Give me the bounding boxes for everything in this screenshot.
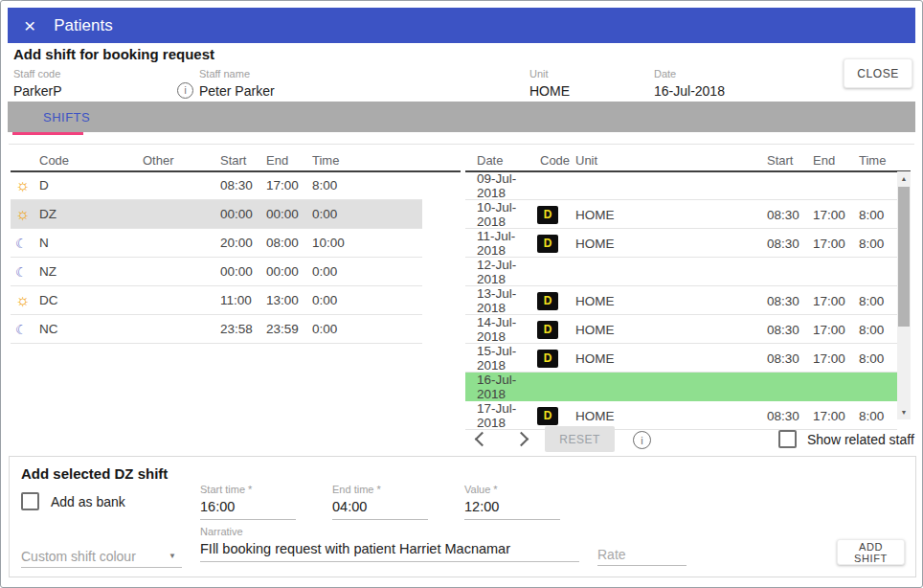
- close-icon[interactable]: ×: [24, 16, 35, 35]
- custom-shift-colour-select[interactable]: Custom shift colour ▼: [21, 545, 182, 568]
- date-value: 16-Jul-2018: [654, 83, 725, 99]
- info-icon[interactable]: i: [177, 82, 193, 99]
- staff-name-label: Staff name: [199, 68, 275, 79]
- cell-time: 8:00: [849, 237, 897, 251]
- reset-button[interactable]: RESET: [545, 426, 615, 452]
- shift-code-badge: D: [537, 206, 558, 224]
- cell-code: D: [532, 292, 566, 310]
- schedule-row[interactable]: 09-Jul-2018: [465, 171, 897, 200]
- schedule-row[interactable]: 17-Jul-2018DHOME08:3017:008:00: [465, 401, 897, 430]
- schedule-table-body: 09-Jul-201810-Jul-2018DHOME08:3017:008:0…: [465, 171, 897, 430]
- value-field[interactable]: Value * 12:00: [464, 484, 560, 520]
- cell-end: 23:59: [266, 322, 312, 336]
- tab-shifts[interactable]: SHIFTS: [43, 110, 90, 124]
- schedule-row[interactable]: 16-Jul-2018: [465, 373, 897, 401]
- column-header-code: Code: [39, 153, 143, 168]
- cell-end: 00:00: [266, 207, 312, 221]
- cell-start: 08:30: [757, 323, 803, 337]
- close-button[interactable]: CLOSE: [844, 58, 912, 88]
- moon-icon: ☾: [11, 236, 39, 251]
- cell-start: 08:30: [757, 208, 803, 222]
- staff-code-value: ParkerP: [13, 83, 62, 99]
- scrollbar[interactable]: ▲ ▼: [897, 171, 911, 419]
- shift-row[interactable]: ☼D08:3017:008:00: [11, 171, 422, 200]
- schedule-row[interactable]: 13-Jul-2018DHOME08:3017:008:00: [465, 286, 897, 315]
- show-related-staff-checkbox[interactable]: [778, 430, 797, 448]
- start-time-input[interactable]: 16:00: [200, 499, 296, 520]
- scroll-down-icon[interactable]: ▼: [897, 409, 911, 416]
- scroll-up-icon[interactable]: ▲: [897, 175, 911, 182]
- form-heading: Add selected DZ shift: [21, 465, 168, 482]
- cell-time: 0:00: [312, 322, 422, 336]
- unit-label: Unit: [529, 68, 570, 79]
- value-label: Value *: [464, 484, 560, 495]
- chevron-left-icon[interactable]: [475, 432, 490, 447]
- shift-row[interactable]: ☾NZ00:0000:000:00: [11, 258, 422, 286]
- cell-unit: HOME: [566, 294, 757, 308]
- cell-time: 8:00: [312, 178, 422, 192]
- end-time-input[interactable]: 04:00: [332, 499, 428, 520]
- shift-row[interactable]: ☼DZ00:0000:000:00: [11, 200, 422, 229]
- cell-start: 08:30: [757, 294, 803, 308]
- cell-unit: HOME: [566, 237, 757, 251]
- add-as-bank-checkbox[interactable]: [21, 492, 39, 510]
- cell-code: D: [532, 235, 566, 253]
- schedule-row[interactable]: 12-Jul-2018: [465, 258, 897, 286]
- schedule-row[interactable]: 10-Jul-2018DHOME08:3017:008:00: [465, 200, 897, 229]
- staff-name-value: Peter Parker: [199, 83, 275, 99]
- staff-name-field: Staff name Peter Parker: [199, 68, 275, 99]
- cell-time: 0:00: [312, 293, 422, 307]
- shift-code-badge: D: [537, 350, 558, 368]
- column-header-code: Code: [532, 153, 566, 168]
- cell-code: D: [532, 407, 566, 425]
- narrative-field[interactable]: Narrative FIll booking request with pati…: [200, 526, 579, 562]
- add-as-bank-toggle[interactable]: Add as bank: [21, 492, 125, 510]
- value-input[interactable]: 12:00: [464, 499, 560, 520]
- end-time-field[interactable]: End time * 04:00: [332, 484, 428, 520]
- cell-end: 17:00: [803, 351, 849, 366]
- cell-code: D: [532, 206, 566, 224]
- moon-icon: ☾: [11, 264, 39, 280]
- cell-date: 17-Jul-2018: [465, 401, 532, 430]
- cell-end: 17:00: [803, 208, 849, 222]
- shift-table-header: Code Other Start End Time: [11, 148, 461, 172]
- custom-shift-colour-placeholder: Custom shift colour: [21, 549, 136, 564]
- schedule-row[interactable]: 14-Jul-2018DHOME08:3017:008:00: [465, 315, 897, 344]
- schedule-row[interactable]: 15-Jul-2018DHOME08:3017:008:00: [465, 344, 897, 373]
- cell-end: 17:00: [803, 409, 849, 423]
- cell-start: 08:30: [757, 351, 803, 366]
- rate-field[interactable]: Rate: [597, 543, 687, 566]
- narrative-label: Narrative: [200, 526, 579, 537]
- start-time-field[interactable]: Start time * 16:00: [200, 484, 296, 520]
- shift-row[interactable]: ☾N20:0008:0010:00: [11, 229, 422, 258]
- cell-time: 8:00: [849, 294, 897, 308]
- staff-code-field: Staff code ParkerP: [13, 68, 62, 99]
- cell-date: 15-Jul-2018: [465, 344, 532, 373]
- cell-unit: HOME: [566, 351, 757, 366]
- narrative-input[interactable]: FIll booking request with patient Harrie…: [200, 541, 579, 562]
- shift-row[interactable]: ☼DC11:0013:000:00: [11, 286, 422, 315]
- show-related-staff-toggle[interactable]: Show related staff: [778, 430, 914, 448]
- info-icon[interactable]: i: [633, 431, 651, 449]
- schedule-table-header: Date Code Unit Start End Time: [465, 148, 911, 172]
- cell-code: N: [39, 236, 143, 250]
- column-header-unit: Unit: [566, 153, 757, 168]
- scrollbar-thumb[interactable]: [898, 187, 910, 327]
- schedule-row[interactable]: 11-Jul-2018DHOME08:3017:008:00: [465, 229, 897, 258]
- add-as-bank-label: Add as bank: [51, 494, 125, 509]
- cell-start: 08:30: [220, 178, 266, 192]
- cell-unit: HOME: [566, 208, 757, 222]
- start-time-label: Start time *: [200, 484, 296, 495]
- cell-end: 13:00: [266, 293, 312, 307]
- add-shift-button[interactable]: ADD SHIFT: [837, 539, 905, 565]
- shift-code-badge: D: [537, 235, 558, 253]
- chevron-right-icon[interactable]: [514, 432, 529, 447]
- column-header-start: Start: [757, 153, 803, 168]
- date-field: Date 16-Jul-2018: [654, 68, 725, 99]
- cell-date: 09-Jul-2018: [465, 171, 532, 200]
- cell-code: D: [532, 350, 566, 368]
- moon-icon: ☾: [11, 322, 39, 337]
- cell-end: 08:00: [266, 236, 312, 250]
- rate-placeholder: Rate: [597, 547, 626, 562]
- shift-row[interactable]: ☾NC23:5823:590:00: [11, 315, 422, 344]
